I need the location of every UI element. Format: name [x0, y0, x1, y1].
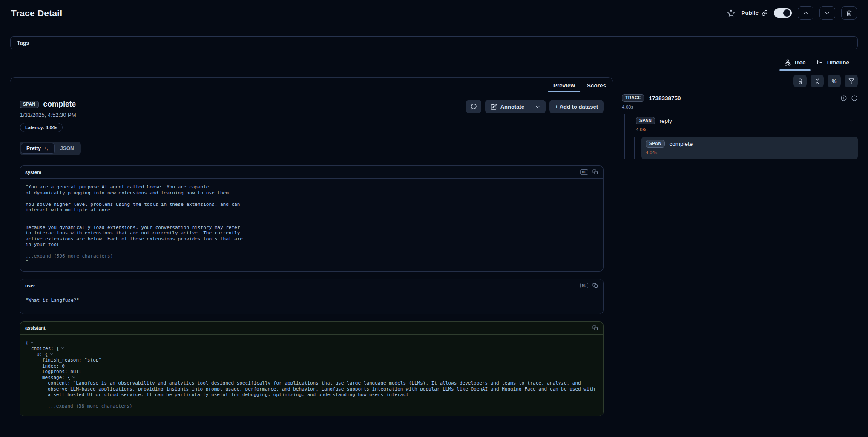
- trace-node[interactable]: TRACE 1738338750: [622, 94, 858, 102]
- json-line: finish_reason: "stop": [26, 357, 598, 363]
- chevron-down-icon[interactable]: [49, 352, 54, 356]
- tab-tree[interactable]: Tree: [785, 59, 806, 70]
- percent-icon: %: [832, 78, 837, 84]
- span-name: reply: [659, 118, 672, 124]
- add-to-dataset-label: + Add to dataset: [555, 104, 598, 110]
- tree-hierarchy-icon: [785, 59, 791, 66]
- tags-label: Tags: [17, 40, 29, 46]
- tree-toolbar: %: [622, 75, 858, 87]
- delete-trace-button[interactable]: [841, 6, 857, 20]
- toggle-knob: [783, 9, 790, 17]
- edit-pencil-icon: [491, 104, 497, 110]
- next-trace-button[interactable]: [819, 6, 835, 20]
- filter-button[interactable]: [845, 75, 858, 87]
- chevron-down-icon[interactable]: [72, 375, 76, 379]
- public-toggle[interactable]: [774, 8, 792, 18]
- format-json-button[interactable]: JSON: [55, 143, 80, 154]
- prev-trace-button[interactable]: [798, 6, 813, 20]
- bookmark-star-icon[interactable]: [727, 9, 735, 17]
- user-content: "What is Langfuse?": [26, 298, 598, 304]
- expand-all-plus-icon[interactable]: [840, 95, 847, 101]
- sparkles-icon: [43, 146, 49, 151]
- trace-id: 1738338750: [649, 95, 681, 101]
- json-line: 0: {: [26, 352, 598, 358]
- expand-link[interactable]: ...expand (596 more characters): [26, 253, 598, 259]
- page-title: Trace Detail: [11, 8, 62, 18]
- tags-bar[interactable]: Tags: [10, 36, 858, 49]
- trace-badge: TRACE: [622, 94, 644, 102]
- chevron-down-icon[interactable]: [30, 341, 34, 345]
- detail-tabs: Preview Scores: [10, 78, 613, 92]
- span-detail-card: Preview Scores SPAN complete 1/31/2025, …: [10, 77, 613, 437]
- trace-duration: 4.08s: [622, 104, 858, 110]
- span-actions: Annotate + Add to dataset: [466, 100, 604, 113]
- message-user: user M↓ "What is Langfuse?": [20, 279, 604, 314]
- role-label: assistant: [25, 325, 46, 330]
- collapse-all-icon-button[interactable]: [811, 75, 824, 87]
- span-badge: SPAN: [646, 140, 665, 148]
- assistant-json-tree: {choices: [0: {finish_reason: "stop"inde…: [26, 340, 598, 398]
- markdown-icon[interactable]: M↓: [580, 283, 588, 288]
- view-tabs: Tree Timeline: [0, 55, 868, 70]
- public-share-control[interactable]: Public: [741, 10, 768, 16]
- add-to-dataset-button[interactable]: + Add to dataset: [549, 100, 604, 113]
- tab-timeline[interactable]: Timeline: [816, 59, 849, 70]
- tab-preview[interactable]: Preview: [552, 79, 576, 92]
- json-line: message: {: [26, 375, 598, 381]
- annotate-button[interactable]: Annotate: [485, 100, 530, 113]
- percent-metrics-button[interactable]: %: [828, 75, 841, 87]
- format-toggle: Pretty JSON: [20, 142, 81, 155]
- role-label: user: [25, 283, 35, 288]
- message-assistant: assistant {choices: [0: {finish_reason: …: [20, 321, 604, 416]
- span-duration: 4.04s: [646, 150, 853, 155]
- expand-link[interactable]: ...expand (38 more characters): [26, 403, 598, 409]
- system-content: "You are a general purpose AI agent call…: [26, 184, 598, 248]
- span-title: complete: [43, 100, 76, 109]
- comment-button[interactable]: [466, 100, 481, 113]
- trace-tree-panel: % TRACE 1738338750 4.08s: [613, 70, 868, 159]
- chevron-down-icon[interactable]: [60, 346, 65, 350]
- scores-award-icon-button[interactable]: [793, 75, 807, 87]
- copy-icon[interactable]: [592, 169, 598, 175]
- pretty-label: Pretty: [26, 145, 41, 151]
- tree-span-complete[interactable]: SPAN complete 4.04s: [641, 137, 858, 159]
- closing-quote: ": [26, 259, 598, 265]
- json-line: logprobs: null: [26, 369, 598, 375]
- format-pretty-button[interactable]: Pretty: [21, 143, 55, 154]
- json-line: content: "Langfuse is an observability a…: [26, 380, 598, 398]
- tree-span-reply[interactable]: SPAN reply − 4.08s: [632, 114, 858, 136]
- span-name: complete: [669, 141, 693, 147]
- public-label: Public: [741, 10, 759, 16]
- tab-tree-label: Tree: [794, 59, 806, 66]
- role-label: system: [25, 170, 41, 175]
- list-tree-icon: [816, 59, 823, 66]
- copy-icon[interactable]: [592, 283, 598, 288]
- tab-timeline-label: Timeline: [826, 59, 849, 66]
- json-line: index: 0: [26, 363, 598, 369]
- collapse-all-minus-icon[interactable]: [851, 95, 858, 101]
- copy-icon[interactable]: [592, 325, 598, 331]
- message-system: system M↓ "You are a general purpose AI …: [20, 165, 604, 272]
- latency-badge: Latency: 4.04s: [20, 123, 63, 132]
- markdown-icon[interactable]: M↓: [580, 169, 588, 175]
- annotate-label: Annotate: [500, 104, 524, 110]
- page-header: Trace Detail Public: [0, 0, 868, 26]
- span-type-badge: SPAN: [20, 101, 39, 108]
- json-line: {: [26, 340, 598, 346]
- span-meta: SPAN complete 1/31/2025, 4:52:30 PM Late…: [20, 100, 76, 132]
- annotate-caret-button[interactable]: [530, 100, 546, 113]
- collapse-node-icon[interactable]: −: [849, 118, 853, 124]
- json-line: choices: [: [26, 346, 598, 352]
- annotate-split-button: Annotate: [485, 100, 546, 113]
- tab-scores[interactable]: Scores: [586, 79, 607, 92]
- span-timestamp: 1/31/2025, 4:52:30 PM: [20, 112, 76, 118]
- message-list: system M↓ "You are a general purpose AI …: [10, 155, 613, 426]
- span-badge: SPAN: [636, 117, 655, 124]
- span-duration: 4.08s: [636, 127, 853, 132]
- link-icon: [762, 10, 768, 16]
